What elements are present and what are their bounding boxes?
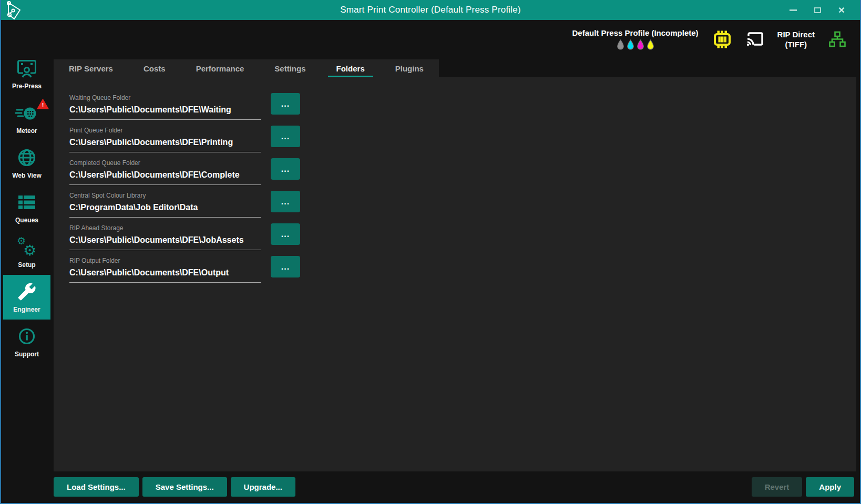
- field-print-queue-folder: Print Queue Folder C:\Users\Public\Docum…: [69, 126, 261, 152]
- field-waiting-queue-folder: Waiting Queue Folder C:\Users\Public\Doc…: [69, 93, 261, 120]
- sidebar-item-label: Pre-Press: [12, 83, 42, 90]
- magenta-ink-droplet-icon: [637, 39, 644, 50]
- sidebar-nav: Pre-Press ! Meteor: [1, 52, 53, 364]
- tab-performance[interactable]: Performance: [181, 59, 260, 77]
- tab-folders[interactable]: Folders: [321, 59, 380, 77]
- sidebar-item-label: Support: [15, 351, 39, 358]
- close-button[interactable]: ×: [829, 0, 854, 20]
- network-icon[interactable]: [828, 31, 846, 48]
- minimize-button[interactable]: [781, 0, 805, 20]
- field-label: Central Spot Colour Library: [69, 192, 261, 199]
- revert-button[interactable]: Revert: [752, 477, 803, 497]
- field-value-input[interactable]: C:\Users\Public\Documents\DFE\Printing: [69, 138, 261, 152]
- globe-icon: [17, 148, 36, 167]
- sidebar-item-label: Queues: [15, 217, 38, 224]
- sidebar-item-label: Engineer: [13, 306, 40, 313]
- status-header: Default Press Profile (Incomplete): [1, 20, 860, 59]
- maximize-icon: [814, 7, 821, 13]
- upgrade-button[interactable]: Upgrade...: [231, 477, 295, 497]
- maximize-button[interactable]: [805, 0, 829, 20]
- browse-button[interactable]: ...: [271, 191, 300, 212]
- sidebar-item-meteor[interactable]: ! Meteor: [3, 96, 50, 141]
- sidebar-item-engineer[interactable]: Engineer: [3, 275, 50, 320]
- field-value-input[interactable]: C:\Users\Public\Documents\DFE\JobAssets: [69, 235, 261, 250]
- meteor-icon: [15, 105, 38, 121]
- browse-button[interactable]: ...: [271, 158, 300, 180]
- ink-levels: [617, 39, 654, 50]
- apply-button[interactable]: Apply: [806, 477, 854, 497]
- minimize-icon: [790, 9, 797, 11]
- window-title: Smart Print Controller (Default Press Pr…: [0, 0, 861, 20]
- field-value-input[interactable]: C:\Users\Public\Documents\DFE\Waiting: [69, 105, 261, 120]
- warning-icon: !: [37, 99, 49, 109]
- cyan-ink-droplet-icon: [627, 39, 634, 50]
- tab-bar: RIP Servers Costs Performance Settings F…: [54, 59, 439, 77]
- tab-rip-servers[interactable]: RIP Servers: [54, 59, 128, 77]
- printhead-icon[interactable]: [712, 30, 732, 49]
- sidebar-item-label: Setup: [18, 261, 35, 269]
- wrench-icon: [17, 282, 36, 301]
- press-profile-label: Default Press Profile (Incomplete): [572, 28, 699, 37]
- browse-button[interactable]: ...: [271, 223, 300, 245]
- tab-settings[interactable]: Settings: [259, 59, 321, 77]
- field-label: Completed Queue Folder: [69, 159, 261, 167]
- tab-plugins[interactable]: Plugins: [380, 59, 439, 77]
- yellow-ink-droplet-icon: [647, 39, 654, 50]
- field-rip-output-folder: RIP Output Folder C:\Users\Public\Docume…: [69, 256, 261, 283]
- field-value-input[interactable]: C:\ProgramData\Job Editor\Data: [69, 203, 261, 218]
- rip-direct-line2: (TIFF): [777, 39, 815, 50]
- save-settings-button[interactable]: Save Settings...: [142, 477, 227, 497]
- press-profile-status[interactable]: Default Press Profile (Incomplete): [572, 28, 699, 50]
- sidebar-item-queues[interactable]: Queues: [3, 186, 50, 230]
- gears-icon: ⚙⚙: [17, 237, 37, 257]
- field-label: RIP Output Folder: [69, 257, 261, 264]
- load-settings-button[interactable]: Load Settings...: [54, 477, 139, 497]
- field-value-input[interactable]: C:\Users\Public\Documents\DFE\Output: [69, 268, 261, 283]
- rip-direct-line1: RIP Direct: [777, 29, 815, 40]
- sidebar-item-label: Meteor: [16, 127, 37, 135]
- sidebar-item-support[interactable]: Support: [3, 320, 50, 364]
- browse-button[interactable]: ...: [271, 256, 300, 277]
- field-central-spot-colour-library: Central Spot Colour Library C:\ProgramDa…: [69, 191, 261, 218]
- browse-button[interactable]: ...: [271, 126, 300, 147]
- cast-icon[interactable]: [746, 32, 764, 47]
- pre-press-icon: [16, 59, 37, 78]
- app-window: Smart Print Controller (Default Press Pr…: [0, 0, 861, 504]
- field-label: RIP Ahead Storage: [69, 224, 261, 232]
- gray-ink-droplet-icon: [617, 39, 624, 50]
- field-label: Print Queue Folder: [69, 127, 261, 134]
- field-value-input[interactable]: C:\Users\Public\Documents\DFE\Complete: [69, 170, 261, 185]
- field-label: Waiting Queue Folder: [69, 94, 261, 101]
- sidebar-item-setup[interactable]: ⚙⚙ Setup: [3, 230, 50, 275]
- footer-bar: Load Settings... Save Settings... Upgrad…: [54, 477, 854, 497]
- titlebar: Smart Print Controller (Default Press Pr…: [0, 0, 861, 20]
- close-icon: ×: [838, 4, 845, 16]
- sidebar-item-web-view[interactable]: Web View: [3, 141, 50, 186]
- field-rip-ahead-storage: RIP Ahead Storage C:\Users\Public\Docume…: [69, 223, 261, 250]
- sidebar-item-pre-press[interactable]: Pre-Press: [3, 52, 50, 96]
- queues-icon: [17, 194, 37, 211]
- folders-panel: Waiting Queue Folder C:\Users\Public\Doc…: [54, 77, 856, 471]
- browse-button[interactable]: ...: [271, 93, 300, 115]
- field-completed-queue-folder: Completed Queue Folder C:\Users\Public\D…: [69, 158, 261, 185]
- sidebar-item-label: Web View: [12, 172, 42, 179]
- rip-direct-status[interactable]: RIP Direct (TIFF): [777, 29, 815, 50]
- tab-costs[interactable]: Costs: [128, 59, 181, 77]
- info-icon: [18, 327, 36, 345]
